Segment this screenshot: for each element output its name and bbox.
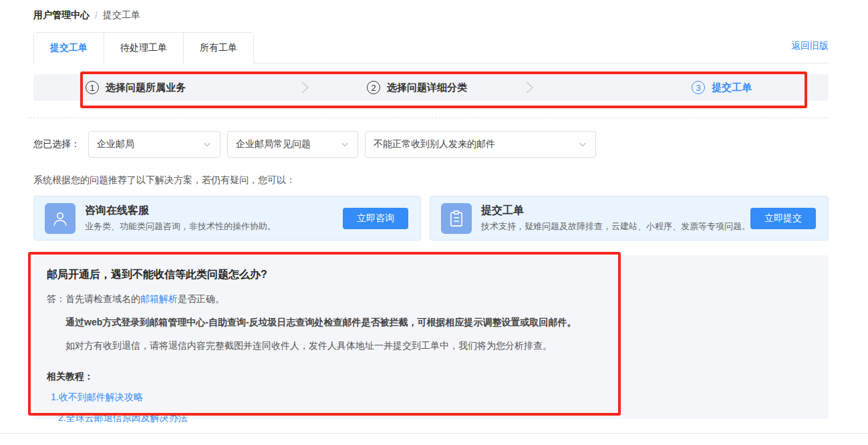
faq-answer-line-2: 通过web方式登录到邮箱管理中心-自助查询-反垃圾日志查询处检查邮件是否被拦截，… <box>47 317 815 329</box>
recommendation-cards: 咨询在线客服 业务类、功能类问题咨询，非技术性的操作协助。 立即咨询 提交工单 … <box>33 196 829 241</box>
clipboard-icon <box>441 203 472 234</box>
breadcrumb-current: 提交工单 <box>103 9 140 21</box>
chevron-right-icon <box>524 80 535 96</box>
tutorials-label: 相关教程： <box>47 371 815 383</box>
steps-bar: 1 选择问题所属业务 2 选择问题详细分类 3 提交工单 <box>33 74 829 101</box>
faq-answer-suffix: 是否正确。 <box>178 293 225 304</box>
step-1-number: 1 <box>86 81 99 94</box>
step-1: 1 选择问题所属业务 <box>86 81 186 94</box>
chevron-down-icon <box>578 140 587 149</box>
step-col-2: 2 选择问题详细分类 <box>310 81 524 94</box>
step-2: 2 选择问题详细分类 <box>367 81 467 94</box>
detail-issue-select[interactable]: 不能正常收到别人发来的邮件 <box>365 131 596 158</box>
selection-label: 您已选择： <box>33 138 88 150</box>
recommendation-intro-text: 系统根据您的问题推荐了以下解决方案，若仍有疑问，您可以： <box>33 174 829 186</box>
person-icon <box>45 203 76 234</box>
detail-issue-select-value: 不能正常收到别人发来的邮件 <box>374 138 495 150</box>
tab-pending-tickets[interactable]: 待处理工单 <box>104 33 184 63</box>
mailbox-dns-link[interactable]: 邮箱解析 <box>140 293 178 304</box>
breadcrumb-root[interactable]: 用户管理中心 <box>33 9 90 21</box>
step-col-3: 3 提交工单 <box>535 81 829 94</box>
consult-now-button[interactable]: 立即咨询 <box>343 208 408 229</box>
faq-answer-line-3: 如对方有收到退信，请将退信内容完整截图并连同收件人，发件人具体地址一并提交到工单… <box>47 340 815 352</box>
online-service-card: 咨询在线客服 业务类、功能类问题咨询，非技术性的操作协助。 立即咨询 <box>33 196 421 241</box>
step-3-number: 3 <box>692 81 705 94</box>
tab-all-tickets[interactable]: 所有工单 <box>184 33 253 63</box>
page-bottom-divider <box>0 433 868 434</box>
selection-row: 您已选择： 企业邮局 企业邮局常见问题 不能正常收到别人发来的邮件 <box>33 131 829 158</box>
tutorial-link-bounce-mail[interactable]: 2.全球云邮退信原因及解决办法 <box>47 412 815 424</box>
business-select-value: 企业邮局 <box>97 138 134 150</box>
category-select[interactable]: 企业邮局常见问题 <box>227 131 358 158</box>
submit-now-button[interactable]: 立即提交 <box>750 208 816 229</box>
business-select[interactable]: 企业邮局 <box>88 131 221 158</box>
online-service-card-desc: 业务类、功能类问题咨询，非技术性的操作协助。 <box>85 220 343 233</box>
tab-submit-ticket[interactable]: 提交工单 <box>34 33 104 63</box>
ticket-page: 用户管理中心 / 提交工单 提交工单 待处理工单 所有工单 返回旧版 1 选择问… <box>33 0 829 419</box>
tab-group: 提交工单 待处理工单 所有工单 <box>33 32 254 63</box>
submit-ticket-card-texts: 提交工单 技术支持，疑难问题及故障排查，云建站、小程序、发票等专项问题。 <box>481 204 750 233</box>
submit-ticket-card-title: 提交工单 <box>481 204 750 217</box>
category-select-value: 企业邮局常见问题 <box>236 138 311 150</box>
submit-ticket-card: 提交工单 技术支持，疑难问题及故障排查，云建站、小程序、发票等专项问题。 立即提… <box>430 196 829 241</box>
chevron-down-icon <box>340 140 349 149</box>
tabs-bar: 提交工单 待处理工单 所有工单 返回旧版 <box>33 32 829 63</box>
chevron-down-icon <box>202 140 212 149</box>
step-2-number: 2 <box>367 81 380 94</box>
back-to-old-version-link[interactable]: 返回旧版 <box>791 40 829 52</box>
step-2-label: 选择问题详细分类 <box>387 82 467 94</box>
submit-ticket-card-desc: 技术支持，疑难问题及故障排查，云建站、小程序、发票等专项问题。 <box>481 220 750 233</box>
step-3-label: 提交工单 <box>712 82 752 94</box>
faq-question: 邮局开通后，遇到不能收信等此类问题怎么办? <box>47 268 815 282</box>
step-3: 3 提交工单 <box>692 81 752 94</box>
faq-answer-line-1: 答：首先请检查域名的邮箱解析是否正确。 <box>47 293 815 305</box>
chevron-right-icon <box>299 80 310 96</box>
faq-answer-prefix: 答：首先请检查域名的 <box>47 293 140 304</box>
online-service-card-texts: 咨询在线客服 业务类、功能类问题咨询，非技术性的操作协助。 <box>85 204 343 233</box>
breadcrumb-separator: / <box>95 10 98 21</box>
faq-panel: 邮局开通后，遇到不能收信等此类问题怎么办? 答：首先请检查域名的邮箱解析是否正确… <box>33 255 829 419</box>
online-service-card-title: 咨询在线客服 <box>85 204 343 217</box>
step-1-label: 选择问题所属业务 <box>106 82 186 94</box>
breadcrumb: 用户管理中心 / 提交工单 <box>33 9 829 21</box>
tutorial-link-receive-mail[interactable]: 1.收不到邮件解决攻略 <box>47 392 815 404</box>
step-col-1: 1 选择问题所属业务 <box>33 81 299 94</box>
dashed-separator <box>27 118 829 118</box>
